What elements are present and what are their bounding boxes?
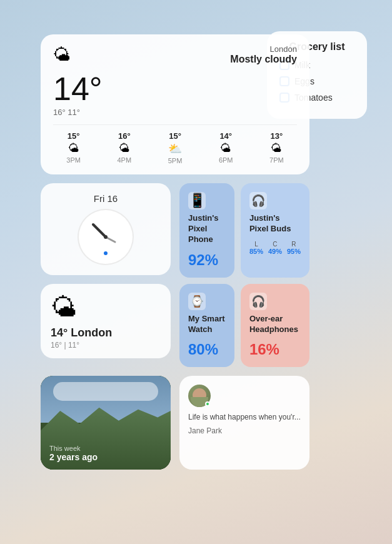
device-headphones-battery: 16% xyxy=(249,341,301,358)
svg-line-0 xyxy=(93,224,106,237)
buds-icon: 🎧 xyxy=(249,192,267,209)
device-pixel-buds[interactable]: 🎧 Justin'sPixel Buds L 85% C 49% R xyxy=(241,183,309,278)
headphones-icon: 🎧 xyxy=(249,293,267,310)
message-widget[interactable]: Life is what happens when you'r... Jane … xyxy=(179,376,309,470)
device-headphones[interactable]: 🎧 Over-earHeadphones 16% xyxy=(241,284,309,368)
devices-grid: 📱 Justin'sPixel Phone 92% 🎧 Justin'sPixe… xyxy=(179,183,309,367)
photos-caption: This week 2 years ago xyxy=(49,445,98,462)
weather-description: Mostly cloudy xyxy=(230,54,297,65)
device-buds-name: Justin'sPixel Buds xyxy=(249,213,301,234)
svg-point-2 xyxy=(104,235,108,239)
online-dot xyxy=(205,401,210,406)
device-headphones-name: Over-earHeadphones xyxy=(249,314,301,335)
forecast-7pm: 13° 🌤 7PM xyxy=(256,131,297,164)
photos-clouds xyxy=(53,382,158,401)
forecast-6pm: 14° 🌤 6PM xyxy=(206,131,246,164)
message-text: Life is what happens when you'r... xyxy=(188,412,301,423)
weather-forecast: 15° 🌤 3PM 16° 🌤 4PM 15° ⛅ 5PM 14° 🌤 xyxy=(53,124,297,164)
photos-time-label: This week xyxy=(49,445,98,452)
weather-hi-low: 16° 11° xyxy=(53,108,297,117)
small-weather-temp: 14° London xyxy=(51,326,112,340)
avatar-container xyxy=(188,385,211,407)
small-weather-hilow: 16° | 11° xyxy=(51,341,79,350)
weather-temp-main: 14° xyxy=(53,73,297,105)
weather-location: London xyxy=(230,44,297,54)
phone-icon: 📱 xyxy=(188,192,206,209)
device-buds-channels: L 85% C 49% R 95% xyxy=(249,241,301,255)
device-pixel-phone[interactable]: 📱 Justin'sPixel Phone 92% xyxy=(179,183,234,278)
photos-ago-label: 2 years ago xyxy=(49,452,98,462)
clock-date: Fri 16 xyxy=(94,193,118,204)
clock-dot xyxy=(104,251,108,255)
watch-icon: ⌚ xyxy=(188,293,206,310)
forecast-4pm: 16° 🌤 4PM xyxy=(104,131,144,164)
device-phone-battery: 92% xyxy=(188,251,226,269)
device-smart-watch[interactable]: ⌚ My SmartWatch 80% xyxy=(179,284,234,368)
small-weather-icon: 🌤 xyxy=(51,293,77,323)
forecast-3pm: 15° 🌤 3PM xyxy=(53,131,94,164)
forecast-5pm: 15° ⛅ 5PM xyxy=(154,131,195,164)
channel-left: L 85% xyxy=(249,241,263,255)
message-header xyxy=(188,385,301,407)
clock-widget: Fri 16 xyxy=(41,183,171,275)
clock-face xyxy=(78,209,134,265)
device-watch-battery: 80% xyxy=(188,341,226,358)
weather-icon: 🌤 xyxy=(53,44,71,65)
channel-center: C 49% xyxy=(268,241,282,255)
device-phone-name: Justin'sPixel Phone xyxy=(188,213,226,245)
weather-widget: 🌤 London Mostly cloudy 14° 16° 11° 15° 🌤… xyxy=(41,34,309,174)
message-sender: Jane Park xyxy=(188,426,301,435)
device-watch-name: My SmartWatch xyxy=(188,314,226,335)
channel-right: R 95% xyxy=(287,241,301,255)
photos-widget[interactable]: This week 2 years ago xyxy=(41,376,171,470)
small-weather-widget: 🌤 14° London 16° | 11° xyxy=(41,284,171,358)
